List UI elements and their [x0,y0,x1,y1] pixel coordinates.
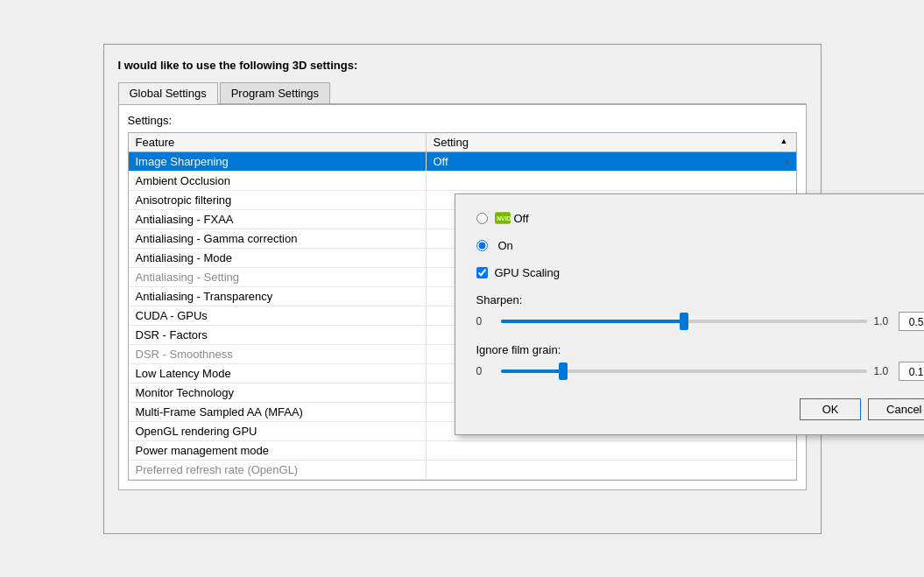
sharpen-slider-row: 0 1.0 0.50 [476,312,925,331]
sharpen-label: Sharpen: [476,293,925,306]
radio-off-label: Off [514,212,529,225]
cell-feature: Antialiasing - Gamma correction [129,229,427,248]
table-header: Feature Setting ▲ [129,133,796,152]
sharpen-max: 1.0 [874,315,892,327]
film-grain-min: 0 [476,365,494,377]
film-grain-max: 1.0 [874,365,892,377]
tab-global[interactable]: Global Settings [118,82,218,104]
sharpen-min: 0 [476,315,494,327]
cell-feature: Antialiasing - Setting [129,268,427,286]
sharpen-track[interactable] [501,320,867,323]
cell-feature: Monitor Technology [129,383,427,402]
header-setting: Setting [427,133,780,151]
cell-feature: DSR - Smoothness [129,345,427,363]
table-row[interactable]: Preferred refresh rate (OpenGL) [129,461,796,480]
sharpen-value[interactable]: 0.50 [899,312,925,331]
sharpen-fill [501,320,684,323]
cancel-button[interactable]: Cancel [868,398,924,420]
table-row[interactable]: Ambient Occlusion [129,172,796,191]
main-title: I would like to use the following 3D set… [118,59,807,72]
film-grain-value[interactable]: 0.17 [899,362,925,381]
popup-dialog: NVIDIA Off On GPU Scaling Sharpen: 0 1.0 [455,194,925,435]
film-grain-slider-row: 0 1.0 0.17 [476,362,925,381]
option-off[interactable]: NVIDIA Off [476,212,925,225]
cell-setting [427,461,796,479]
cell-feature: Ambient Occlusion [129,172,427,190]
cell-setting [427,172,796,190]
cell-feature: Low Latency Mode [129,364,427,383]
film-grain-track[interactable] [501,369,867,373]
film-grain-label: Ignore film grain: [476,343,925,356]
cell-feature: OpenGL rendering GPU [129,422,427,440]
sharpen-thumb[interactable] [680,313,688,330]
dropdown-arrow-icon: ▾ [785,157,789,166]
radio-on-label: On [498,239,513,252]
radio-on[interactable] [476,240,488,251]
cell-feature: Preferred refresh rate (OpenGL) [129,461,427,479]
cell-setting [427,441,796,460]
svg-text:NVIDIA: NVIDIA [497,215,511,222]
gpu-scaling-checkbox[interactable] [476,267,488,278]
cell-feature: DSR - Factors [129,326,427,344]
table-row[interactable]: Image Sharpening Off ▾ [129,152,796,172]
tabs-container: Global Settings Program Settings [118,82,807,104]
cell-feature: Power management mode [129,441,427,460]
sharpen-section: Sharpen: 0 1.0 0.50 [476,293,925,331]
film-grain-thumb[interactable] [559,362,568,380]
cell-feature: Image Sharpening [129,152,427,171]
sort-icon: ▲ [780,137,788,145]
setting-value: Off [434,155,448,168]
header-feature: Feature [129,133,427,151]
cell-feature: Anisotropic filtering [129,191,427,209]
cell-feature: CUDA - GPUs [129,306,427,325]
cell-feature: Antialiasing - Mode [129,249,427,267]
cell-feature: Antialiasing - FXAA [129,210,427,229]
option-on[interactable]: On [476,239,925,252]
header-scroll: ▲ [780,133,796,151]
settings-label: Settings: [128,114,797,127]
gpu-scaling-option[interactable]: GPU Scaling [476,266,925,279]
cell-setting: Off ▾ [427,152,796,171]
cell-feature: Antialiasing - Transparency [129,287,427,306]
film-grain-section: Ignore film grain: 0 1.0 0.17 [476,343,925,381]
film-grain-fill [501,369,563,373]
cell-feature: Multi-Frame Sampled AA (MFAA) [129,403,427,421]
ok-button[interactable]: OK [800,398,861,420]
tab-program[interactable]: Program Settings [220,82,330,103]
main-window: I would like to use the following 3D set… [103,44,822,534]
gpu-scaling-label: GPU Scaling [495,266,560,279]
nvidia-logo-icon: NVIDIA [495,212,511,224]
radio-off[interactable] [476,213,488,224]
dialog-buttons: OK Cancel [476,398,925,420]
table-row[interactable]: Power management mode [129,441,796,461]
